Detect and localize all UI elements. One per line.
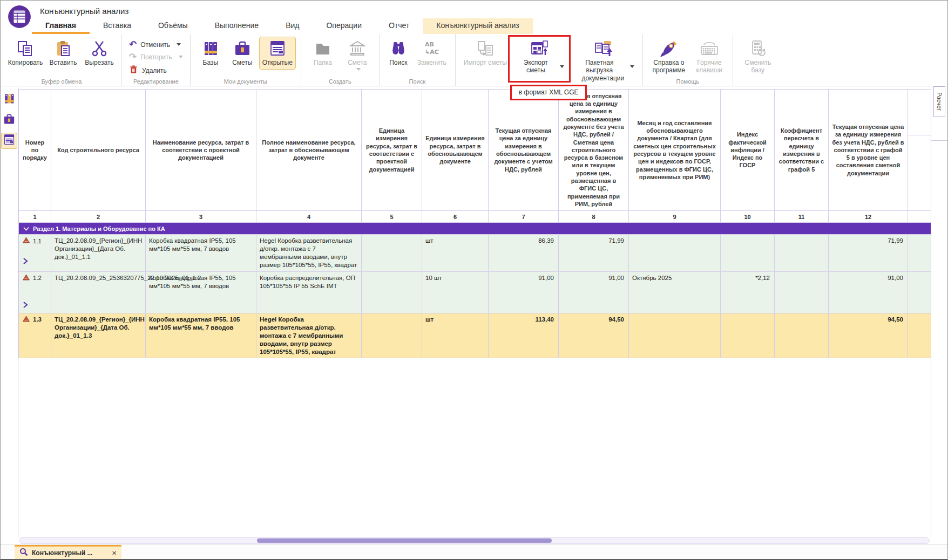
copy-label: Копировать xyxy=(8,59,43,67)
building-icon xyxy=(348,39,367,57)
cell-price-novat[interactable]: 94,50 xyxy=(559,313,629,358)
row-num-cell[interactable]: 1.2 xyxy=(19,271,51,313)
cell-code[interactable]: ТЦ_20.2.08.09_25_2536320775_22.10.2025_0… xyxy=(51,271,146,313)
group-create: Папка Смета Создать xyxy=(301,34,380,86)
col-number-stub xyxy=(908,211,931,223)
cell-name[interactable]: Коробка квадратная IP55, 105 мм*105 мм*5… xyxy=(146,271,256,313)
section-collapse-icon[interactable] xyxy=(23,226,29,232)
batch-upload-button[interactable]: Пакетная выгрузка документации xyxy=(568,37,638,85)
row-num-cell[interactable]: 1.3 xyxy=(19,313,51,358)
expand-chevron-icon[interactable] xyxy=(22,257,48,267)
change-base-button[interactable]: Сменить базу xyxy=(738,37,778,77)
tab-operacii[interactable]: Операции xyxy=(313,18,375,34)
cell-price-novat[interactable]: 71,99 xyxy=(559,235,629,272)
cell-index[interactable] xyxy=(721,235,775,272)
copy-button[interactable]: Копировать xyxy=(6,37,44,70)
scrollbar-thumb[interactable] xyxy=(257,538,552,543)
undo-dropdown-icon[interactable] xyxy=(177,43,181,48)
warning-icon xyxy=(23,274,30,283)
cell-unit-doc[interactable]: шт xyxy=(422,313,489,358)
cell-unit-doc[interactable]: шт xyxy=(422,235,489,272)
tab-otchet[interactable]: Отчет xyxy=(375,18,423,34)
cell-price-g5[interactable]: 94,50 xyxy=(829,313,908,358)
cell-code[interactable]: ТЦ_20.2.08.09_{Регион}_{ИНН Организации}… xyxy=(51,235,146,272)
tab-glavnaya[interactable]: Главная xyxy=(32,18,90,34)
expand-chevron-icon[interactable] xyxy=(22,301,48,311)
replace-button[interactable]: AB↳AC Заменить xyxy=(414,37,450,70)
cell-unit-proj[interactable] xyxy=(362,235,422,272)
cell-coef[interactable] xyxy=(775,271,829,313)
cell-index[interactable]: *2,12 xyxy=(721,271,775,313)
mini-estimates-button[interactable] xyxy=(1,112,17,128)
rocket-icon xyxy=(660,39,678,57)
calc-side-tab[interactable]: Расчет xyxy=(933,86,945,117)
col-header-price-vat: Текущая отпускная цена за единицу измере… xyxy=(489,90,559,211)
cell-name[interactable]: Коробка квадратная IP55, 105 мм*105 мм*5… xyxy=(146,313,256,358)
opened-button[interactable]: Открытые xyxy=(259,37,296,70)
mini-bases-button[interactable] xyxy=(1,92,17,108)
redo-button[interactable]: ↷ Повторить xyxy=(129,52,183,62)
estimate-create-button[interactable]: Смета xyxy=(341,37,374,76)
side-tab-stub xyxy=(931,117,947,141)
tab-konyunkturny-analiz[interactable]: Конъюнктурный анализ xyxy=(423,18,532,34)
cell-full-name[interactable]: Коробка распределительная, ОП 105*105*55… xyxy=(256,271,362,313)
close-icon[interactable]: × xyxy=(112,549,117,557)
col-number: 6 xyxy=(422,211,489,223)
delete-button[interactable]: Удалить xyxy=(129,65,183,76)
cell-price-novat[interactable]: 91,00 xyxy=(559,271,629,313)
cell-full-name[interactable]: Hegel Коробка разветвительная д/откр. мо… xyxy=(256,313,362,358)
cut-button[interactable]: Вырезать xyxy=(82,37,117,70)
ribbon-tabs: Главная Вставка Объёмы Выполнение Вид Оп… xyxy=(32,18,533,34)
horizontal-scrollbar[interactable] xyxy=(19,537,930,544)
undo-button[interactable]: ↶ Отменить xyxy=(129,40,183,49)
tab-vypolnenie[interactable]: Выполнение xyxy=(201,18,272,34)
cell-coef[interactable] xyxy=(775,235,829,272)
export-icon xyxy=(530,39,549,57)
batch-dropdown-icon[interactable] xyxy=(630,65,634,70)
cell-price-g5[interactable]: 91,00 xyxy=(829,271,908,313)
cell-full-name[interactable]: Hegel Коробка разветвительная д/откр. мо… xyxy=(256,235,362,272)
cell-coef[interactable] xyxy=(775,313,829,358)
import-icon xyxy=(476,39,495,57)
folder-button[interactable]: Папка xyxy=(306,37,340,70)
tab-vid[interactable]: Вид xyxy=(272,18,313,34)
col-header-num: Номер по порядку xyxy=(19,90,51,211)
cell-price-vat[interactable]: 86,39 xyxy=(489,235,559,272)
search-button[interactable]: Поиск xyxy=(384,37,412,70)
cell-price-g5[interactable]: 71,99 xyxy=(829,235,908,272)
col-header-code: Код строительного ресурса xyxy=(51,90,146,211)
cell-name[interactable]: Коробка квадратная IP55, 105 мм*105 мм*5… xyxy=(146,235,256,272)
change-base-label: Сменить базу xyxy=(741,59,775,74)
cell-month[interactable]: Октябрь 2025 xyxy=(629,271,721,313)
folder-label: Папка xyxy=(314,59,332,67)
bases-button[interactable]: Базы xyxy=(195,37,226,70)
cell-code[interactable]: ТЦ_20.2.08.09_{Регион}_{ИНН Организации}… xyxy=(51,313,146,358)
paste-button[interactable]: Вставить xyxy=(45,37,81,70)
cell-unit-doc[interactable]: 10 шт xyxy=(422,271,489,313)
cell-month[interactable] xyxy=(629,313,721,358)
export-estimate-button[interactable]: Экспорт сметы в формат XML GGE xyxy=(511,37,567,77)
document-tab[interactable]: Конъюнктурный ... × xyxy=(15,545,121,559)
estimates-button[interactable]: Сметы xyxy=(227,37,258,70)
batch-upload-label-1: Пакетная выгрузка xyxy=(572,59,627,74)
row-num-cell[interactable]: 1.1 xyxy=(19,235,51,272)
mini-opened-button[interactable] xyxy=(1,133,17,149)
redo-dropdown-icon[interactable] xyxy=(179,56,183,60)
cell-unit-proj[interactable] xyxy=(362,313,422,358)
cell-price-vat[interactable]: 91,00 xyxy=(489,271,559,313)
table-row: 1.2 ТЦ_20.2.08.09_25_2536320775_22.10.20… xyxy=(19,271,931,313)
about-button[interactable]: Справка о программе xyxy=(648,37,690,77)
tab-obyomy[interactable]: Объёмы xyxy=(145,18,201,34)
import-estimate-button[interactable]: Импорт сметы xyxy=(461,37,510,70)
cell-index[interactable] xyxy=(721,313,775,358)
cell-unit-proj[interactable] xyxy=(362,271,422,313)
hotkeys-button[interactable]: Горячие клавиши xyxy=(691,37,728,77)
estimate-dropdown-icon[interactable] xyxy=(356,68,361,73)
page-title: Конъюнктурный анализ xyxy=(40,6,128,16)
cell-price-vat[interactable]: 113,40 xyxy=(489,313,559,358)
estimate-table: Номер по порядку Код строительного ресур… xyxy=(18,89,931,358)
export-dropdown-icon[interactable] xyxy=(560,65,564,70)
tab-vstavka[interactable]: Вставка xyxy=(90,18,145,34)
mini-sidebar xyxy=(1,87,18,537)
cell-month[interactable] xyxy=(629,235,721,272)
